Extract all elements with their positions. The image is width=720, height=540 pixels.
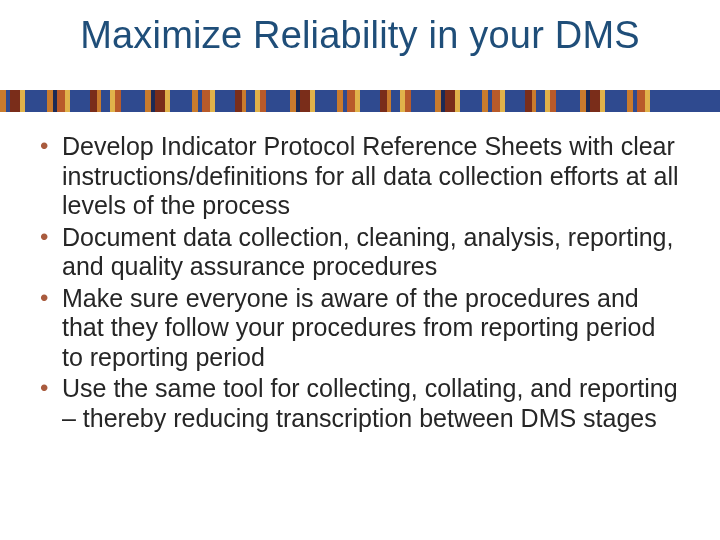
list-item: Develop Indicator Protocol Reference She… xyxy=(36,132,680,221)
list-item: Make sure everyone is aware of the proce… xyxy=(36,284,680,373)
bullet-text: Use the same tool for collecting, collat… xyxy=(62,374,678,432)
bullet-text: Develop Indicator Protocol Reference She… xyxy=(62,132,679,219)
decorative-band xyxy=(0,90,720,112)
decorative-band-stripes xyxy=(0,90,720,112)
slide-title: Maximize Reliability in your DMS xyxy=(0,14,720,57)
slide: Maximize Reliability in your DMS xyxy=(0,0,720,540)
bullet-text: Document data collection, cleaning, anal… xyxy=(62,223,673,281)
bullet-text: Make sure everyone is aware of the proce… xyxy=(62,284,655,371)
bullet-list: Develop Indicator Protocol Reference She… xyxy=(36,132,680,435)
list-item: Use the same tool for collecting, collat… xyxy=(36,374,680,433)
list-item: Document data collection, cleaning, anal… xyxy=(36,223,680,282)
